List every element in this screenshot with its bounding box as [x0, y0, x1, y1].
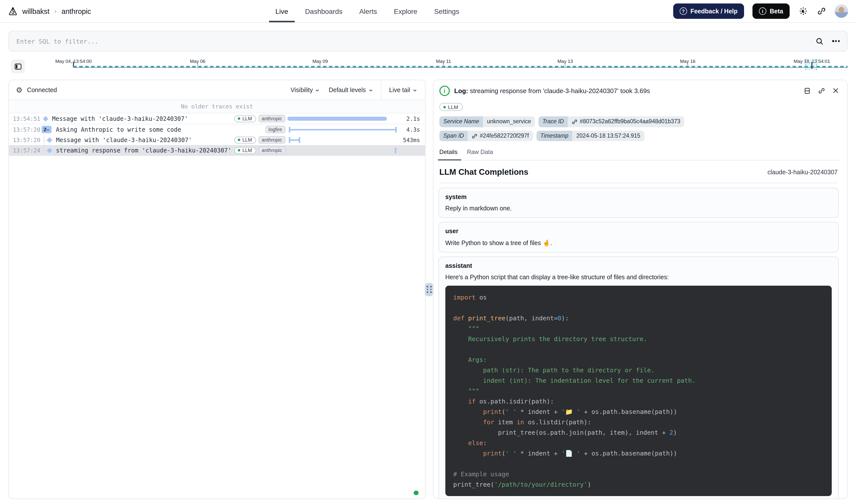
- timeline-axis[interactable]: May 04, 13:54:00 May 06 May 09 May 11 Ma…: [36, 55, 848, 77]
- message-role: user: [446, 228, 832, 235]
- detail-tags: LLM: [439, 102, 839, 111]
- duration-track: [285, 113, 398, 124]
- close-icon[interactable]: [832, 87, 839, 94]
- trace-badges: LLM anthropic: [234, 146, 285, 154]
- trace-badges: logfire: [265, 126, 285, 133]
- tree-connector: [41, 145, 48, 156]
- beta-button[interactable]: i Beta: [752, 3, 790, 19]
- message-card-user: user Write Python to show a tree of file…: [438, 222, 839, 253]
- dock-panel-icon[interactable]: [803, 87, 811, 94]
- tab-details[interactable]: Details: [439, 149, 457, 160]
- logfire-logo-icon[interactable]: [8, 6, 18, 16]
- breadcrumb-org[interactable]: willbakst: [22, 7, 50, 15]
- user-avatar[interactable]: [835, 4, 848, 18]
- message-card-assistant: assistant Here's a Python script that ca…: [438, 257, 839, 499]
- timeline-dashed-line: [73, 66, 848, 67]
- meta-label: Span ID: [439, 131, 468, 141]
- timeline-label: May 13: [558, 58, 573, 64]
- collapse-children-badge[interactable]: 2–: [41, 126, 51, 133]
- tree-connector: [41, 135, 48, 145]
- top-nav-bar: willbakst › anthropic Live Dashboards Al…: [0, 0, 856, 23]
- scope-badge: anthropic: [259, 115, 285, 122]
- timeline-label: May 09: [312, 58, 328, 64]
- llm-tag-badge: LLM: [234, 115, 256, 122]
- trace-row[interactable]: 13:57:20 Message with 'claude-3-haiku-20…: [9, 135, 425, 145]
- main-nav: Live Dashboards Alerts Explore Settings: [276, 0, 459, 22]
- live-status-dot: [414, 490, 419, 495]
- span-diamond-icon: [47, 137, 53, 143]
- collapse-sidebar-icon[interactable]: [11, 59, 25, 73]
- green-dot-icon: [238, 149, 241, 152]
- default-levels-dropdown[interactable]: Default levels: [329, 86, 373, 93]
- trace-timestamp: 13:54:51: [13, 115, 41, 122]
- duration-label: 2.1s: [399, 115, 425, 122]
- splitter-grip-handle[interactable]: [425, 283, 434, 296]
- trace-list-header: ⚙ Connected Visibility Default levels Li…: [9, 80, 425, 100]
- green-dot-icon: [238, 117, 241, 120]
- llm-tag-badge: LLM: [234, 137, 256, 143]
- log-time-tick: [395, 147, 396, 153]
- model-name: claude-3-haiku-20240307: [767, 169, 838, 176]
- feedback-help-button[interactable]: ? Feedback / Help: [673, 3, 744, 19]
- detail-header: i Log: streaming response from 'claude-3…: [438, 86, 839, 96]
- meta-label: Timestamp: [536, 131, 572, 141]
- settings-gear-icon[interactable]: ⚙: [16, 86, 22, 94]
- nav-tab-settings[interactable]: Settings: [434, 0, 459, 22]
- section-title: LLM Chat Completions: [439, 167, 528, 177]
- service-name-pill: Service Name unknown_service: [439, 116, 535, 127]
- trace-list-panel: ⚙ Connected Visibility Default levels Li…: [8, 80, 425, 499]
- message-text: Here's a Python script that can display …: [446, 274, 832, 281]
- nav-tab-alerts[interactable]: Alerts: [359, 0, 377, 22]
- live-tail-label: Live tail: [389, 86, 410, 93]
- trace-row[interactable]: 13:54:51 Message with 'claude-3-haiku-20…: [9, 113, 425, 124]
- more-options-icon[interactable]: [833, 40, 840, 42]
- share-link-icon[interactable]: [816, 6, 826, 16]
- llm-tag-badge: LLM: [234, 147, 256, 154]
- log-level-label: Log:: [454, 87, 468, 94]
- chevron-down-icon: [413, 88, 417, 92]
- duration-bar: [289, 126, 397, 132]
- nav-tab-explore[interactable]: Explore: [394, 0, 417, 22]
- nav-tab-dashboards[interactable]: Dashboards: [305, 0, 342, 22]
- feedback-help-label: Feedback / Help: [690, 8, 737, 15]
- link-icon: [472, 133, 478, 139]
- detail-title: Log: streaming response from 'claude-3-h…: [454, 86, 799, 96]
- live-tail-dropdown[interactable]: Live tail: [381, 80, 425, 100]
- scope-badge: anthropic: [259, 146, 285, 154]
- trace-group: 13:54:51 Message with 'claude-3-haiku-20…: [9, 113, 425, 124]
- link-icon: [572, 119, 578, 125]
- span-id-pill[interactable]: Span ID #24fe5822720f297f: [439, 131, 533, 141]
- message-role: system: [446, 194, 832, 201]
- timeline-selection-range[interactable]: [805, 59, 817, 70]
- panel-splitter[interactable]: [425, 80, 433, 499]
- nav-tab-live[interactable]: Live: [276, 0, 288, 22]
- duration-label: 4.3s: [399, 126, 425, 133]
- timeline-label: May 11: [436, 58, 451, 64]
- message-text: Reply in markdown one.: [446, 205, 832, 212]
- green-dot-icon: [443, 106, 446, 108]
- breadcrumb-project[interactable]: anthropic: [62, 7, 91, 15]
- trace-row[interactable]: 13:57:20 2– Asking Anthropic to write so…: [9, 124, 425, 135]
- trace-row-selected[interactable]: 13:57:24 streaming response from 'claude…: [9, 145, 425, 156]
- sql-filter-input[interactable]: [16, 37, 816, 45]
- chat-messages: system Reply in markdown one. user Write…: [438, 188, 839, 499]
- connection-status: Connected: [27, 86, 57, 93]
- tab-raw-data[interactable]: Raw Data: [467, 149, 493, 160]
- span-diamond-icon: [43, 116, 49, 122]
- search-icon[interactable]: [816, 37, 824, 45]
- trace-title: streaming response from 'claude-3-haiku-…: [56, 147, 231, 154]
- copy-link-icon[interactable]: [818, 87, 825, 94]
- duration-bar: [287, 116, 387, 121]
- trace-badges: LLM anthropic: [234, 136, 285, 144]
- visibility-label: Visibility: [291, 86, 313, 93]
- visibility-dropdown[interactable]: Visibility: [291, 86, 320, 93]
- trace-group: 13:57:20 2– Asking Anthropic to write so…: [9, 124, 425, 156]
- message-role: assistant: [446, 263, 832, 270]
- section-header: LLM Chat Completions claude-3-haiku-2024…: [439, 167, 838, 183]
- theme-toggle-icon[interactable]: [798, 6, 808, 16]
- python-code-block[interactable]: import osdef print_tree(path, indent=0):…: [446, 286, 832, 496]
- timeline-label: May 16: [680, 58, 695, 64]
- meta-value: 2024-05-18 13:57:24.915: [572, 131, 644, 141]
- meta-value: unknown_service: [483, 116, 535, 127]
- trace-id-pill[interactable]: Trace ID #8073c52a62ffb9ba05c4aa948d01b3…: [539, 116, 684, 127]
